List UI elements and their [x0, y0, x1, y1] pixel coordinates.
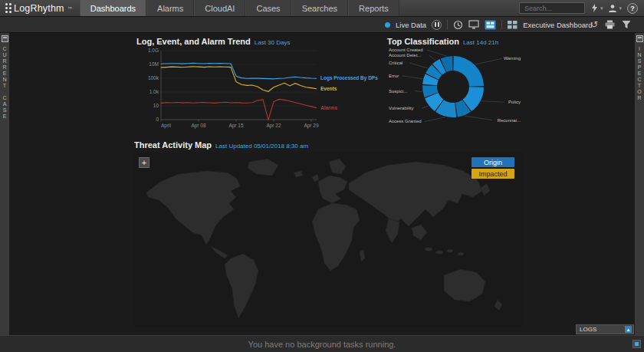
- dashboard-name-label[interactable]: Executive Dashboard: [523, 21, 592, 29]
- inspector-label: INSPECTOR: [637, 46, 642, 101]
- region-southeast-asia: [412, 225, 427, 240]
- region-india: [386, 219, 399, 243]
- search-input[interactable]: [523, 4, 581, 13]
- island-iceland: [294, 171, 303, 177]
- classification-donut-svg: Account CreatedAccount Delet...CriticalE…: [387, 46, 522, 127]
- refresh-undo-button[interactable]: ↺: [590, 20, 598, 29]
- logo-dots-icon: [5, 3, 8, 5]
- label-leader-line: [429, 55, 435, 61]
- lightning-icon: [590, 4, 599, 12]
- current-case-panel-tab[interactable]: CURRENT CASE: [0, 33, 10, 335]
- trend-chart-svg: 1.0G10M100k1.0k100AprilApr 08Apr 15Apr 2…: [136, 46, 380, 132]
- legend-origin-button[interactable]: Origin: [472, 157, 514, 167]
- pause-button[interactable]: [432, 20, 442, 30]
- dashboard-toolbar: Live Data: [0, 17, 644, 33]
- tab-alarms[interactable]: Alarms: [146, 0, 194, 16]
- label-leader-line: [481, 101, 504, 103]
- classification-subtitle: Last 14d 21h: [463, 39, 498, 46]
- chart-text: Error: [389, 74, 399, 78]
- quick-actions-menu[interactable]: ▾: [590, 4, 603, 12]
- island-britain: [312, 174, 319, 182]
- tab-cases[interactable]: Cases: [245, 0, 291, 16]
- world-map-svg: [134, 153, 522, 327]
- main-tabs: DashboardsAlarmsCloudAICasesSearchesRepo…: [80, 0, 399, 16]
- print-button[interactable]: [605, 20, 615, 29]
- live-data-indicator-icon: [385, 22, 390, 28]
- tab-cloudai[interactable]: CloudAI: [194, 0, 245, 16]
- logo-text: LogRhythm: [14, 3, 64, 14]
- search-box[interactable]: [519, 2, 585, 14]
- chart-text: Suspici...: [389, 89, 408, 94]
- dashboard-grid-icon: [485, 20, 496, 30]
- region-central-america: [211, 246, 228, 258]
- label-leader-line: [425, 117, 445, 122]
- island-greenland: [248, 159, 278, 176]
- chart-text: Reconnai...: [498, 118, 521, 123]
- toolbar-separator: [501, 20, 502, 29]
- presentation-mode-button[interactable]: [468, 20, 479, 29]
- help-button[interactable]: ?: [627, 3, 638, 14]
- world-map-canvas[interactable]: + OriginImpacted: [134, 153, 522, 327]
- label-leader-line: [465, 116, 492, 120]
- label-leader-line: [422, 106, 429, 108]
- label-leader-line: [415, 91, 422, 92]
- logo-trademark: ™: [67, 6, 72, 11]
- legend-impacted-button[interactable]: Impacted: [472, 169, 514, 179]
- executive-dashboard-icon: [508, 21, 518, 29]
- chart-text: 100k: [148, 75, 159, 81]
- time-range-button[interactable]: [453, 20, 463, 30]
- chart-text: Alarms: [320, 105, 337, 110]
- island-new-zealand: [495, 300, 502, 311]
- logs-label: LOGS: [580, 326, 596, 333]
- island-indonesia: [435, 251, 443, 254]
- inspector-expand-icon: [636, 35, 643, 42]
- status-bar: You have no background tasks running.: [0, 335, 644, 352]
- tab-reports[interactable]: Reports: [348, 0, 399, 16]
- inspector-panel-tab[interactable]: INSPECTOR: [634, 33, 644, 335]
- chart-text: Warning: [504, 56, 521, 61]
- case-folder-icon: [2, 35, 8, 42]
- logs-drawer-toggle[interactable]: LOGS ▴: [576, 324, 634, 334]
- series-line-alarms: [161, 99, 317, 120]
- tab-dashboards[interactable]: Dashboards: [80, 0, 146, 16]
- donut-slice-warning[interactable]: [453, 56, 484, 87]
- filter-funnel-icon: [622, 20, 631, 29]
- island-indonesia: [425, 248, 432, 251]
- filter-button[interactable]: [622, 20, 631, 29]
- dashboard-view-button[interactable]: [485, 20, 496, 30]
- tab-searches[interactable]: Searches: [291, 0, 348, 16]
- chart-text: Apr 29: [304, 123, 319, 129]
- chart-text: 10: [153, 103, 159, 108]
- region-scandinavia: [329, 159, 346, 174]
- top-navigation-bar: LogRhythm ™ DashboardsAlarmsCloudAICases…: [0, 0, 644, 17]
- toolbar-right-group: ↺: [590, 17, 631, 32]
- current-case-label: CURRENT CASE: [2, 46, 8, 120]
- chevron-down-icon: ▾: [600, 5, 603, 12]
- user-menu[interactable]: ▾: [608, 4, 622, 13]
- trend-widget: Log, Event, and Alarm Trend Last 30 Days…: [136, 37, 380, 135]
- chart-text: Critical: [389, 61, 402, 65]
- logrhythm-logo: LogRhythm ™: [0, 0, 80, 16]
- label-leader-line: [475, 58, 502, 64]
- monitor-icon: [468, 20, 479, 29]
- user-icon: [608, 4, 617, 13]
- dock-panel-icon[interactable]: [632, 340, 641, 348]
- continent-asia: [349, 162, 482, 226]
- continent-south-america: [225, 254, 258, 318]
- clock-icon: [453, 20, 463, 30]
- expand-logs-icon[interactable]: ▴: [625, 326, 632, 333]
- trend-title: Log, Event, and Alarm Trend: [136, 37, 251, 46]
- map-legend: OriginImpacted: [472, 157, 514, 179]
- continent-africa: [312, 203, 360, 271]
- chart-text: Logs Processed By DPs: [320, 75, 378, 81]
- chart-text: Apr 22: [266, 123, 281, 129]
- island-madagascar: [360, 249, 365, 262]
- chart-text: Account Created: [389, 48, 423, 52]
- continent-north-america: [146, 171, 240, 245]
- label-leader-line: [427, 50, 446, 56]
- chart-text: Apr 15: [228, 123, 244, 129]
- label-leader-line: [410, 63, 428, 68]
- map-zoom-in-button[interactable]: +: [139, 157, 150, 168]
- background-tasks-message: You have no background tasks running.: [248, 340, 396, 349]
- island-japan: [481, 183, 490, 196]
